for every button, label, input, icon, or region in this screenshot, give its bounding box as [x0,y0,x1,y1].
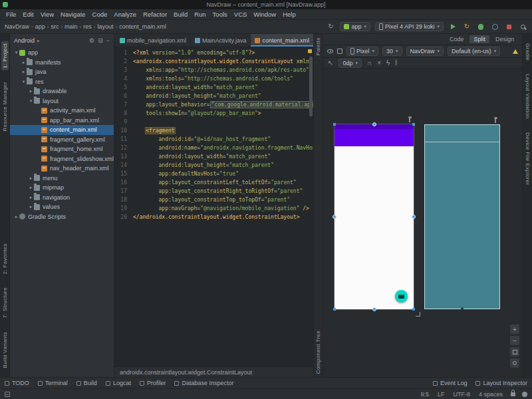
expand-icon[interactable]: ▾ [21,79,27,84]
tool-stripe-build-variants[interactable]: Build Variants [1,330,9,370]
menu-window[interactable]: Window [250,11,279,18]
breadcrumb-content-main-xml[interactable]: content_main.xml [119,23,166,30]
expand-icon[interactable]: ▸ [13,214,19,219]
view-mode-code[interactable]: Code [446,35,468,43]
locale-menu[interactable]: Default (en-us) ▾ [448,47,500,56]
editor-tab-content-main-xml[interactable]: content_main.xml [251,34,314,47]
tool-stripe-1-project[interactable]: 1: Project [1,41,9,70]
tree-item-java[interactable]: ▸java [10,67,114,77]
tree-item-app[interactable]: ▾app [10,48,114,58]
code-line[interactable]: 18 app:layout_constraintTop_toTopOf="par… [114,196,313,204]
menu-analyze[interactable]: Analyze [110,11,140,18]
constraint-anchor-right[interactable] [412,215,416,219]
tool-stripe-device-file-explorer[interactable]: Device File Explorer [524,130,531,188]
editor-tab-mobile-navigation-xml[interactable]: mobile_navigation.xml [116,34,191,47]
infer-constraints-icon[interactable]: ϟ [386,60,390,66]
menu-view[interactable]: View [37,11,57,18]
tool-stripe-layout-validation[interactable]: Layout Validation [524,72,531,121]
tree-item-menu[interactable]: ▸menu [10,174,114,184]
fab-preview[interactable] [395,290,408,303]
inspections-profile-icon[interactable] [522,392,527,397]
apply-changes-button[interactable]: ↻ [462,22,471,31]
view-mode-design[interactable]: Design [491,35,518,43]
run-button[interactable] [448,22,458,31]
constraint-anchor-top[interactable] [372,122,376,126]
palette-tab[interactable]: Palette [315,37,321,56]
code-line[interactable]: 9 [114,118,313,126]
code-editor[interactable]: 1<?xml version="1.0" encoding="utf-8"?>2… [114,47,313,366]
tree-item-activity-main-xml[interactable]: activity_main.xml [10,106,114,116]
pan-button[interactable] [510,358,519,368]
zoom-out-button[interactable]: − [510,336,519,345]
toolwindow-layout-inspector[interactable]: Layout Inspector [475,380,527,386]
tree-item-values[interactable]: ▸values [10,202,114,212]
collapse-all-icon[interactable]: ⊟ [98,37,103,44]
expand-icon[interactable]: ▸ [28,185,34,190]
view-mode-split[interactable]: Split [469,35,489,43]
expand-icon[interactable]: ▸ [21,60,27,65]
tool-stripe-resource-manager[interactable]: Resource Manager [1,80,9,133]
tree-item-fragment-gallery-xml[interactable]: fragment_gallery.xml [10,135,114,145]
resize-corner-top-left[interactable] [333,123,336,126]
breadcrumb-main[interactable]: main [65,23,78,30]
breadcrumb-layout[interactable]: layout [97,23,113,30]
design-preview-phone[interactable] [334,124,414,309]
breadcrumb-src[interactable]: src [51,23,59,30]
menu-navigate[interactable]: Navigate [57,11,89,18]
expand-icon[interactable]: ▸ [28,195,34,200]
component-tree-tab[interactable]: Component Tree [315,331,321,374]
tree-item-fragment-slideshow-xml[interactable]: fragment_slideshow.xml [10,154,114,164]
code-line[interactable]: 11 android:id="@+id/nav_host_fragment" [114,135,313,144]
device-selector[interactable]: Pixel 4 API 29 koki ▾ [375,22,444,31]
resize-corner-bottom-right[interactable] [412,308,415,311]
code-line[interactable]: 6 android:layout_height="match_parent" [114,92,313,100]
tree-item-manifests[interactable]: ▸manifests [10,58,114,68]
expand-icon[interactable]: ▸ [28,176,34,181]
menu-vcs[interactable]: VCS [231,11,251,18]
stop-button[interactable] [504,22,513,31]
code-line[interactable]: 12 android:name="androidx.navigation.fra… [114,144,313,152]
code-line[interactable]: 8 tools:showIn="@layout/app_bar_main"> [114,109,313,118]
code-line[interactable]: 10 <fragment [114,126,313,135]
code-line[interactable]: 19 app:navGraph="@navigation/mobile_navi… [114,204,313,213]
tree-item-drawable[interactable]: ▸drawable [10,86,114,96]
code-line[interactable]: 5 android:layout_width="match_parent" [114,83,313,92]
code-line[interactable]: 3 xmlns:app="http://schemas.android.com/… [114,66,313,74]
tool-stripe-7-structure[interactable]: 7: Structure [1,285,9,320]
breadcrumb-app[interactable]: app [35,23,45,30]
menu-refactor[interactable]: Refactor [140,11,170,18]
status-4-spaces[interactable]: 4 spaces [479,391,503,398]
view-options-icon[interactable] [327,49,333,53]
menu-code[interactable]: Code [89,11,111,18]
toolwindow-todo[interactable]: TODO [5,380,29,386]
code-line[interactable]: 14 android:layout_height="match_parent" [114,161,313,170]
guidelines-icon[interactable]: I [395,60,397,66]
toolwindow-database-inspector[interactable]: Database Inspector [174,380,233,386]
code-line[interactable]: 7 app:layout_behavior="com.google.androi… [114,100,313,109]
tree-item-mipmap[interactable]: ▸mipmap [10,183,114,193]
code-line[interactable]: 13 android:layout_width="match_parent" [114,152,313,161]
profiler-button[interactable] [490,22,499,31]
select-tool-icon[interactable]: ↖ [328,60,333,66]
design-canvas[interactable]: + − [323,68,522,377]
hide-panel-icon[interactable]: − [106,37,110,44]
toolwindow-toggle-icon[interactable] [5,392,10,397]
status-utf-8[interactable]: UTF-8 [453,391,470,398]
breadcrumb-navdraw[interactable]: NavDraw [5,23,29,30]
editor-scrollbar[interactable] [309,57,313,116]
toolwindow-logcat[interactable]: Logcat [106,380,131,386]
tree-item-app-bar-main-xml[interactable]: app_bar_main.xml [10,116,114,126]
settings-icon[interactable]: ⚙ [89,37,94,44]
orientation-icon[interactable] [337,49,342,54]
project-view-selector[interactable]: Android ▾ [14,37,39,44]
lock-icon[interactable] [511,392,515,396]
code-line[interactable]: 20</androidx.constraintlayout.widget.Con… [114,213,313,221]
code-line[interactable]: 2<androidx.constraintlayout.widget.Const… [114,57,313,66]
search-everywhere-button[interactable] [518,22,527,31]
warning-icon[interactable] [513,49,518,54]
default-margin-selector[interactable]: 0dp ▾ [338,59,362,68]
magnet-icon[interactable]: ∩ [367,60,372,66]
code-line[interactable]: 15 app:defaultNavHost="true" [114,170,313,178]
blueprint-anchor-bottom[interactable] [461,307,464,310]
breadcrumb-res[interactable]: res [83,23,92,30]
